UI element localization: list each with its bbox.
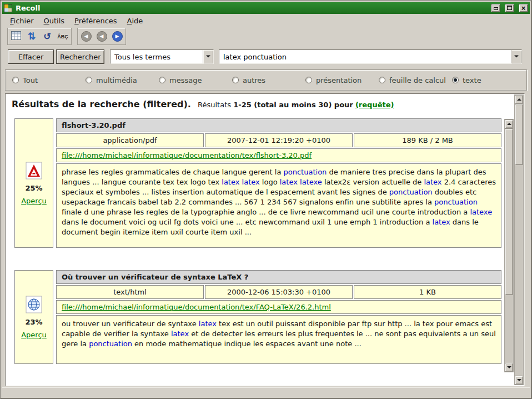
filter-radio-presentation[interactable]: présentation (305, 76, 379, 84)
results-header: Résultats de la recherche (filtered). Ré… (12, 99, 504, 109)
first-page-icon: ◀ (81, 31, 92, 42)
result-mime: application/pdf (56, 133, 204, 147)
html-icon (26, 296, 42, 313)
search-term-highlight: ponctuation (89, 340, 132, 348)
radio-icon (86, 77, 92, 83)
clear-search-icon (11, 31, 21, 42)
radio-icon (232, 77, 239, 83)
scroll-down-button[interactable] (505, 363, 513, 372)
search-query-dropdown-button[interactable] (511, 50, 521, 63)
snippet-text: finale d une phrase les regles de la typ… (62, 208, 470, 216)
result-main: flshort-3.20.pdf application/pdf 2007-12… (56, 118, 501, 248)
result-date: 2007-12-01 12:19:20 +0100 (205, 133, 353, 147)
filter-label: Tout (23, 76, 38, 84)
pdf-icon (26, 162, 42, 179)
term-explorer-icon: ÂBÇ (57, 34, 68, 39)
scroll-up-button[interactable] (515, 95, 523, 104)
filter-label: multimédia (96, 76, 137, 84)
result-info-row: application/pdf 2007-12-01 12:19:20 +010… (56, 133, 501, 147)
results-count: 1-25 (total au moins 30) pour (233, 101, 353, 109)
update-index-icon: ⇅ (28, 32, 36, 41)
scroll-down-button[interactable] (515, 376, 523, 385)
menu-fichier[interactable]: Fichier (6, 16, 38, 26)
search-term-highlight: latex latex (222, 178, 259, 186)
search-query-combo[interactable] (219, 49, 522, 64)
results-scrollbar[interactable] (514, 94, 524, 385)
radio-icon (159, 77, 165, 83)
minimize-button[interactable] (491, 4, 500, 12)
status-bar (2, 387, 530, 397)
result-entry: 23% Aperçu Où trouver un vérificateur de… (14, 270, 501, 364)
result-snippet: phrase les regles grammaticales de chaqu… (56, 163, 501, 248)
search-mode-value: Tous les termes (111, 53, 203, 61)
result-date: 2000-12-06 15:03:30 +0100 (205, 285, 353, 299)
search-term-highlight: ponctuation (434, 198, 478, 206)
clear-search-button[interactable] (9, 29, 23, 43)
previous-page-button[interactable]: ◀ (94, 29, 109, 43)
toolbar-group-nav: ◀ ◀ ▶ (77, 28, 126, 45)
filter-label: présentation (316, 76, 362, 84)
history-button[interactable]: ↺ (40, 29, 54, 43)
scroll-thumb[interactable] (505, 128, 513, 295)
window-title: Recoll (16, 4, 486, 12)
titlebar[interactable]: Recoll (2, 2, 530, 14)
result-size: 1 KB (354, 285, 501, 299)
result-info-row: text/html 2000-12-06 15:03:30 +0100 1 KB (56, 285, 501, 299)
update-index-button[interactable]: ⇅ (24, 29, 39, 43)
snippet-text: phrase les regles grammaticales de chaqu… (62, 168, 284, 176)
search-bar: Effacer Rechercher Tous les termes (1, 49, 531, 64)
search-term-highlight: latex (199, 320, 217, 328)
result-url-link[interactable]: file:///home/michael/informatique/docume… (62, 303, 331, 311)
scroll-up-button[interactable] (505, 119, 513, 128)
next-page-button[interactable]: ▶ (110, 29, 124, 43)
result-size: 189 KB / 2 MB (354, 133, 501, 147)
menu-preferences[interactable]: Préférences (70, 16, 121, 26)
relevance-percent: 25% (25, 184, 42, 192)
results-content: Résultats de la recherche (filtered). Ré… (6, 94, 504, 385)
radio-icon (379, 77, 385, 83)
preview-link[interactable]: Aperçu (21, 197, 47, 205)
maximize-button[interactable] (505, 4, 514, 12)
menubar: Fichier Outils Préférences Aide (3, 14, 529, 27)
filter-radio-multimedia[interactable]: multimédia (86, 76, 159, 84)
filter-radio-texte[interactable]: texte (452, 76, 481, 84)
next-page-icon: ▶ (112, 31, 123, 42)
history-icon: ↺ (43, 32, 51, 41)
filter-radio-tout[interactable]: Tout (12, 76, 86, 84)
menu-outils[interactable]: Outils (39, 16, 69, 26)
result-side-panel: 23% Aperçu (14, 270, 53, 364)
close-button[interactable] (519, 4, 528, 12)
radio-icon (12, 77, 19, 83)
filter-label: message (169, 76, 202, 84)
first-page-button[interactable]: ◀ (79, 29, 93, 43)
clear-button[interactable]: Effacer (8, 49, 54, 64)
result-entry: 25% Aperçu flshort-3.20.pdf application/… (14, 118, 501, 248)
search-term-highlight: latexe (470, 208, 492, 216)
search-term-highlight: ponctuation (389, 188, 433, 196)
search-term-highlight: latex latexe (280, 178, 322, 186)
filter-radio-autres[interactable]: autres (232, 76, 305, 84)
filter-radio-feuille-de-calcul[interactable]: feuille de calcul (379, 76, 452, 84)
radio-icon (452, 77, 459, 83)
scroll-thumb[interactable] (515, 104, 523, 165)
filter-radio-message[interactable]: message (159, 76, 232, 84)
search-term-highlight: ponctuation (284, 168, 327, 176)
result-url-link[interactable]: file:///home/michael/informatique/docume… (62, 151, 312, 159)
search-mode-select[interactable]: Tous les termes (110, 49, 214, 64)
results-count-prefix: Résultats (198, 101, 231, 109)
snippet-text: en mode mathematique indique les espaces… (132, 340, 362, 348)
search-query-input[interactable] (219, 53, 511, 61)
list-scrollbar[interactable] (504, 119, 514, 372)
result-url-row: file:///home/michael/informatique/docume… (56, 300, 501, 314)
query-link[interactable]: (requête) (355, 101, 394, 109)
results-title: Résultats de la recherche (filtered). (12, 99, 191, 109)
menu-aide[interactable]: Aide (123, 16, 148, 26)
search-button[interactable]: Rechercher (56, 49, 104, 64)
search-mode-dropdown-button[interactable] (203, 50, 213, 63)
result-title: Où trouver un vérificateur de syntaxe La… (56, 270, 501, 284)
snippet-text: logo (260, 178, 280, 186)
term-explorer-button[interactable]: ÂBÇ (56, 29, 70, 43)
preview-link[interactable]: Aperçu (21, 331, 47, 339)
app-icon (4, 4, 12, 12)
result-side-panel: 25% Aperçu (14, 118, 53, 248)
